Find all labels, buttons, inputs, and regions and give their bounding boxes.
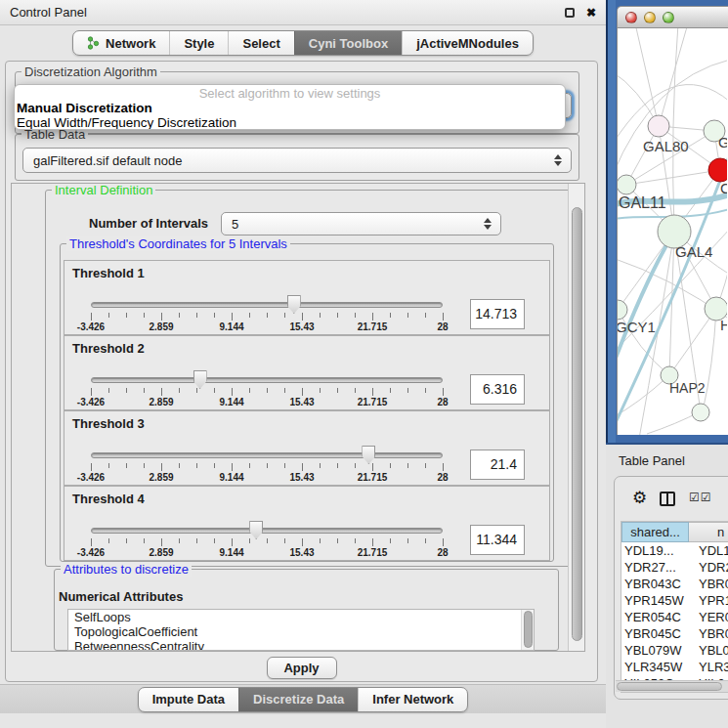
- checkbox-icons[interactable]: ☑☑: [689, 491, 712, 504]
- tick-mark: [425, 388, 426, 393]
- tick-label: 28: [437, 472, 448, 483]
- tab-infer-network[interactable]: Infer Network: [358, 688, 467, 711]
- tab-select[interactable]: Select: [228, 31, 293, 55]
- tab-style[interactable]: Style: [169, 31, 228, 55]
- slider-thumb[interactable]: [249, 521, 263, 539]
- tick-mark: [249, 463, 250, 468]
- tab-jactivemnodules[interactable]: jActiveMNodules: [402, 31, 533, 55]
- attribute-item-topologicalcoefficient[interactable]: TopologicalCoefficient: [68, 624, 534, 639]
- slider-thumb[interactable]: [362, 446, 375, 464]
- network-node-6[interactable]: [618, 300, 627, 320]
- table-data-combo-value: galFiltered.sif default node: [33, 153, 182, 168]
- column-header-n[interactable]: n: [689, 522, 728, 542]
- tick-mark: [267, 388, 268, 393]
- tick-mark: [249, 313, 250, 318]
- tick-mark: [302, 463, 303, 471]
- tick-mark: [390, 463, 391, 468]
- tab-label: Network: [106, 36, 155, 51]
- threshold-value-field[interactable]: 14.713: [470, 299, 525, 329]
- vertical-scrollbar[interactable]: [568, 184, 584, 651]
- tab-impute-data[interactable]: Impute Data: [139, 688, 238, 711]
- column-header-shared[interactable]: shared...: [621, 522, 689, 542]
- slider-thumb[interactable]: [287, 295, 301, 314]
- cell-shared-name: YBR045C: [621, 625, 689, 642]
- tick-mark: [126, 463, 127, 468]
- tick-label: -3.426: [77, 397, 105, 407]
- tick-mark: [372, 388, 373, 396]
- network-node-1[interactable]: [648, 115, 669, 137]
- threshold-label: Threshold 2: [72, 341, 145, 356]
- content-frame: Discretization Algorithm Select algorith…: [5, 61, 598, 682]
- tick-mark: [214, 463, 215, 468]
- slider-track[interactable]: [91, 452, 443, 458]
- threshold-value-field[interactable]: 21.4: [470, 450, 525, 480]
- gear-icon[interactable]: ⚙: [632, 488, 647, 508]
- tick-mark: [390, 313, 391, 318]
- tab-discretize-data[interactable]: Discretize Data: [238, 688, 358, 711]
- minimize-traffic-light[interactable]: [644, 12, 656, 23]
- tick-mark: [108, 388, 109, 393]
- slider-track[interactable]: [91, 302, 443, 308]
- table-row[interactable]: YBR045CYBR0: [621, 625, 728, 642]
- tick-mark: [443, 538, 444, 546]
- attribute-list-scrollbar[interactable]: [521, 610, 534, 650]
- table-row[interactable]: YBR043CYBR0: [621, 576, 728, 592]
- tab-cyni-toolbox[interactable]: Cyni Toolbox: [294, 31, 402, 55]
- close-icon[interactable]: ✖: [586, 8, 596, 18]
- slider-track[interactable]: [91, 528, 443, 534]
- checkbox-icon[interactable]: ☑: [701, 491, 712, 504]
- table-row[interactable]: YDL19...YDL1: [621, 542, 728, 559]
- horizontal-scrollbar[interactable]: [616, 680, 728, 692]
- table-row[interactable]: YER054CYER0: [621, 609, 728, 625]
- tick-mark: [355, 388, 356, 393]
- table-row[interactable]: YDR27...YDR2: [621, 559, 728, 576]
- cell-shared-name: YDR27...: [621, 559, 689, 576]
- tick-mark: [302, 538, 303, 546]
- tab-network[interactable]: Network: [73, 31, 169, 55]
- tick-mark: [126, 538, 127, 543]
- table-row[interactable]: YBL079WYBL0: [621, 642, 728, 659]
- node-label-ga: GA: [718, 134, 727, 150]
- tick-label: 9.144: [219, 397, 243, 407]
- columns-icon[interactable]: [660, 492, 675, 506]
- table-row[interactable]: YLR345WYLR3: [621, 659, 728, 675]
- threshold-value-field[interactable]: 11.344: [470, 525, 525, 555]
- panel-title: Control Panel: [10, 5, 87, 20]
- slider-track[interactable]: [91, 377, 443, 383]
- attribute-item-betweennesscentrality[interactable]: BetweennessCentrality: [68, 639, 534, 651]
- slider-thumb[interactable]: [193, 370, 207, 389]
- scrollbar-thumb[interactable]: [572, 207, 582, 641]
- network-canvas[interactable]: GAL80GAGAL11CGAL4GCY1HHAP2: [617, 28, 728, 435]
- network-node-9[interactable]: [692, 404, 709, 421]
- tick-label: -3.426: [77, 321, 105, 332]
- tick-mark: [302, 313, 303, 321]
- close-traffic-light[interactable]: [625, 12, 637, 23]
- tick-mark: [425, 538, 426, 543]
- tick-mark: [407, 388, 408, 393]
- network-node-4[interactable]: [618, 175, 636, 194]
- tick-mark: [108, 463, 109, 468]
- network-node-3[interactable]: [708, 158, 727, 182]
- scrollbar-thumb[interactable]: [617, 682, 722, 691]
- table-row[interactable]: YPR145WYPR1: [621, 592, 728, 609]
- tick-label: 28: [437, 397, 448, 407]
- algorithm-option-equal-width-frequency-discretization[interactable]: Equal Width/Frequency Discretization: [17, 115, 563, 130]
- table-data-combo[interactable]: galFiltered.sif default node: [22, 148, 572, 173]
- tab-label: Cyni Toolbox: [309, 36, 388, 51]
- algorithm-option-manual-discretization[interactable]: Manual Discretization: [17, 101, 563, 115]
- threshold-panel-3: Threshold 3-3.4262.8599.14415.4321.71528…: [64, 410, 550, 486]
- scrollbar-thumb[interactable]: [524, 611, 533, 648]
- threshold-value-field[interactable]: 6.316: [470, 374, 525, 405]
- attribute-item-selfloops[interactable]: SelfLoops: [68, 610, 534, 624]
- network-window-titlebar[interactable]: [617, 6, 728, 28]
- tick-mark: [196, 463, 197, 468]
- float-panel-icon[interactable]: [565, 8, 575, 18]
- number-of-intervals-combo[interactable]: 5: [221, 212, 501, 236]
- apply-button[interactable]: Apply: [267, 657, 337, 679]
- tick-mark: [425, 313, 426, 318]
- tick-label: 21.715: [358, 547, 388, 558]
- tick-mark: [214, 388, 215, 393]
- checkbox-icon[interactable]: ☑: [689, 491, 701, 504]
- zoom-traffic-light[interactable]: [663, 12, 674, 23]
- tick-label: 21.715: [358, 321, 388, 332]
